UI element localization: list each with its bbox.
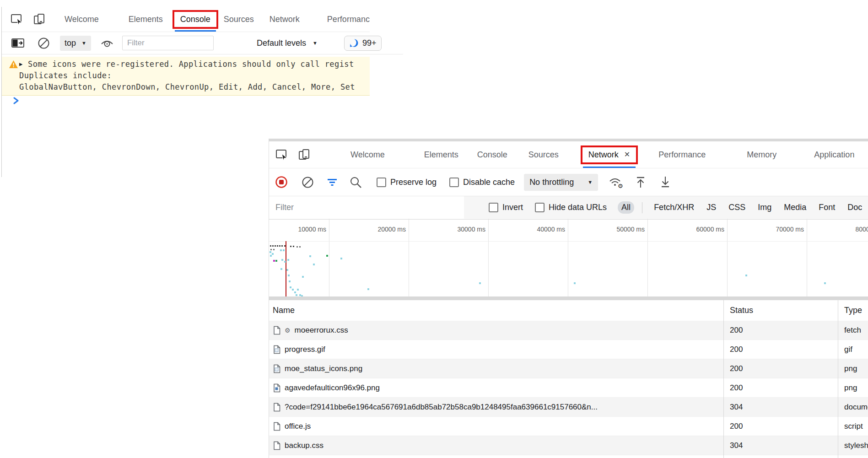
request-dot <box>284 261 286 263</box>
device-toolbar-icon[interactable] <box>33 13 47 26</box>
tab-welcome[interactable]: Welcome <box>65 15 99 24</box>
tab-console[interactable]: Console <box>180 15 210 24</box>
column-header-type[interactable]: Type <box>838 306 868 315</box>
request-dot <box>270 245 271 247</box>
table-row[interactable]: backup.css304stylesheet <box>269 436 868 455</box>
console-filter-input[interactable] <box>122 36 214 50</box>
table-row[interactable]: ⚙moeerrorux.css200fetch <box>269 321 868 340</box>
device-toolbar-icon[interactable] <box>298 148 312 161</box>
gear-icon: ⚙ <box>285 327 291 334</box>
request-dot <box>745 275 747 276</box>
column-header-name[interactable]: Name <box>269 306 723 315</box>
table-row[interactable]: moe_status_icons.png200png <box>269 359 868 378</box>
request-dot <box>283 249 285 251</box>
request-name-cell: moe_status_icons.png <box>269 364 723 373</box>
context-selector[interactable]: top ▼ <box>60 36 91 51</box>
network-conditions-icon[interactable]: ⚙ <box>608 176 624 189</box>
request-dot <box>280 268 282 270</box>
tab-network[interactable]: Network <box>588 150 619 160</box>
close-icon[interactable]: ✕ <box>624 151 630 158</box>
timeline-tick-label: 50000 ms <box>594 226 645 233</box>
table-row[interactable]: agavedefaulticon96x96.png200png <box>269 378 868 398</box>
request-name: ?code=f29141bbe6e1964ca567691a6db85ab72b… <box>285 403 598 412</box>
console-toolbar: top ▼ Default levels ▼ 99+ <box>2 32 403 54</box>
file-icon <box>273 422 280 431</box>
filter-icon[interactable] <box>327 178 338 187</box>
throttling-dropdown[interactable]: No throttling ▼ <box>524 174 598 191</box>
tab-performance[interactable]: Performance <box>327 15 370 24</box>
disable-cache-label: Disable cache <box>463 178 515 187</box>
file-icon <box>273 326 280 335</box>
warning-icon <box>9 60 18 70</box>
tab-elements[interactable]: Elements <box>129 15 163 24</box>
type-filter-js[interactable]: JS <box>703 201 720 214</box>
annotation-box: Network✕ <box>581 145 638 164</box>
preserve-log-checkbox[interactable] <box>377 178 386 187</box>
search-icon[interactable] <box>350 176 362 189</box>
console-warning-message[interactable]: ▶ Some icons were re-registered. Applica… <box>2 57 370 96</box>
chevron-down-icon: ▼ <box>588 179 593 185</box>
request-type-filters: AllFetch/XHRJSCSSImgMediaFontDocWS <box>618 201 868 214</box>
table-row[interactable] <box>269 455 868 458</box>
console-sidebar-icon[interactable] <box>11 38 25 48</box>
tab-network[interactable]: Network <box>270 15 300 24</box>
column-header-status[interactable]: Status <box>723 306 838 315</box>
type-filter-fetch-xhr[interactable]: Fetch/XHR <box>650 201 698 214</box>
request-dot <box>273 260 275 262</box>
disable-cache-checkbox[interactable] <box>449 178 459 187</box>
clear-console-icon[interactable] <box>38 37 50 49</box>
request-name-cell: progress.gif <box>269 345 723 354</box>
network-filter-bar: Invert Hide data URLs AllFetch/XHRJSCSSI… <box>269 196 868 220</box>
file-icon <box>273 441 280 450</box>
table-row[interactable]: progress.gif200gif <box>269 340 868 359</box>
invert-label: Invert <box>502 203 523 212</box>
request-dot <box>302 276 304 278</box>
expand-arrow-icon[interactable]: ▶ <box>19 61 23 67</box>
request-type: document <box>838 403 868 412</box>
log-levels-dropdown[interactable]: Default levels ▼ <box>257 38 318 48</box>
column-divider[interactable] <box>838 300 838 458</box>
live-expression-icon[interactable] <box>100 38 114 48</box>
network-overview-chart[interactable] <box>269 241 868 296</box>
tab-console[interactable]: Console <box>477 150 507 160</box>
inspect-element-icon[interactable] <box>275 148 289 161</box>
console-prompt-icon[interactable] <box>13 97 19 107</box>
request-dot <box>281 259 283 261</box>
active-tab-underline <box>175 30 216 32</box>
request-status: 304 <box>723 441 838 450</box>
chevron-down-icon: ▼ <box>81 40 86 46</box>
type-filter-media[interactable]: Media <box>780 201 810 214</box>
network-toolbar: Preserve log Disable cache No throttling… <box>269 168 868 196</box>
type-filter-all[interactable]: All <box>618 201 634 214</box>
tab-performance[interactable]: Performance <box>658 150 706 160</box>
request-dot <box>294 291 296 293</box>
column-divider[interactable] <box>723 300 724 458</box>
tab-application[interactable]: Application <box>814 150 854 160</box>
throttling-label: No throttling <box>529 178 574 187</box>
tab-sources[interactable]: Sources <box>224 15 254 24</box>
table-row[interactable]: office.js200script <box>269 417 868 436</box>
tab-elements[interactable]: Elements <box>424 150 458 160</box>
network-filter-input[interactable] <box>269 196 464 219</box>
type-filter-doc[interactable]: Doc <box>844 201 866 214</box>
record-network-log-icon[interactable] <box>275 176 288 189</box>
tab-welcome[interactable]: Welcome <box>350 150 385 160</box>
tab-memory[interactable]: Memory <box>747 150 776 160</box>
export-har-icon[interactable] <box>659 176 671 189</box>
inspect-element-icon[interactable] <box>10 13 24 26</box>
clear-network-log-icon[interactable] <box>302 176 314 189</box>
request-dot <box>289 280 291 282</box>
tab-sources[interactable]: Sources <box>528 150 559 160</box>
request-type: png <box>838 383 868 393</box>
invert-checkbox[interactable] <box>489 203 498 212</box>
request-name: office.js <box>285 422 311 431</box>
type-filter-css[interactable]: CSS <box>725 201 749 214</box>
import-har-icon[interactable] <box>635 176 647 189</box>
issues-counter[interactable]: 99+ <box>344 36 382 51</box>
type-filter-font[interactable]: Font <box>815 201 839 214</box>
table-row[interactable]: ?code=f29141bbe6e1964ca567691a6db85ab72b… <box>269 398 868 417</box>
type-filter-img[interactable]: Img <box>754 201 775 214</box>
hide-data-urls-checkbox[interactable] <box>535 203 545 212</box>
request-dot <box>296 294 297 296</box>
request-dot <box>270 251 271 253</box>
